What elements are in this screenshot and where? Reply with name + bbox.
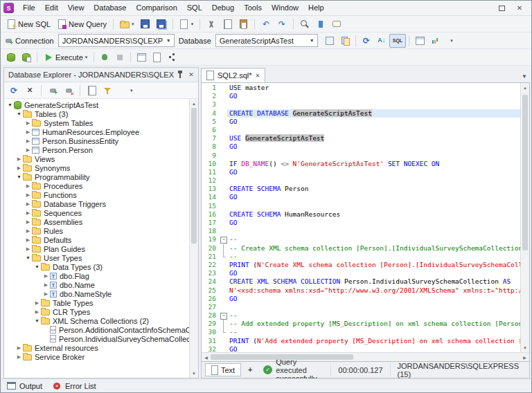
explorer-options-button[interactable]: ▾ [116, 84, 136, 98]
tree-item[interactable]: ▶External resources [4, 343, 189, 352]
close-tab-icon[interactable]: ✕ [256, 73, 260, 79]
sql-editor-button[interactable]: SQL [389, 34, 406, 48]
code-line[interactable]: 19-- [202, 235, 520, 244]
explorer-vertical-scrollbar[interactable]: ▲ ▼ [189, 99, 198, 378]
code-line[interactable]: 14GO [202, 193, 520, 201]
sort-button[interactable]: A↓ [374, 34, 389, 48]
expand-arrow-icon[interactable]: ▶ [24, 237, 32, 243]
connection-combobox[interactable]: JORDANSANDERS\SQLEXPRESS ▼ [58, 34, 175, 47]
tree-item[interactable]: ▶Service Broker [4, 352, 189, 361]
fold-toggle-icon[interactable] [220, 311, 227, 320]
menu-tools[interactable]: Tools [239, 1, 267, 15]
menu-help[interactable]: Help [303, 1, 329, 15]
tree-item[interactable]: ▶Defaults [4, 235, 189, 244]
scroll-left-icon[interactable]: ◀ [202, 355, 211, 360]
expand-arrow-icon[interactable]: ▶ [24, 246, 32, 252]
new-connection-button[interactable] [45, 84, 60, 98]
scroll-right-icon[interactable]: ▶ [520, 355, 529, 360]
tree-item[interactable]: ▼Data Types (3) [4, 262, 189, 271]
tree-item[interactable]: ▶Views [4, 154, 189, 163]
expand-arrow-icon[interactable]: ▶ [24, 228, 32, 234]
tree-item[interactable]: ▶Procedures [4, 181, 189, 190]
stop-button[interactable] [112, 51, 127, 64]
document-tab-sql2[interactable]: SQL2.sql* ✕ [201, 68, 265, 82]
execution-plan-button[interactable] [164, 51, 179, 64]
tree-item[interactable]: Person.IndividualSurveySchemaCollection [4, 334, 189, 343]
pin-panel-icon[interactable] [176, 70, 184, 80]
tree-item[interactable]: ▶Person.Person [4, 145, 189, 154]
code-line[interactable]: 18 [202, 227, 520, 235]
bookmark-button[interactable] [313, 17, 328, 31]
expand-arrow-icon[interactable]: ▶ [15, 345, 23, 351]
menu-edit[interactable]: Edit [40, 1, 63, 15]
database-script-button[interactable] [19, 51, 34, 64]
menu-file[interactable]: File [18, 1, 40, 15]
tree-item[interactable]: ▼Tables (3) [4, 109, 189, 118]
scroll-up-icon[interactable]: ▲ [521, 83, 529, 92]
expand-arrow-icon[interactable]: ▶ [24, 183, 32, 189]
expand-arrow-icon[interactable]: ▶ [42, 273, 50, 279]
tree-item[interactable]: ▶HumanResources.Employee [4, 127, 189, 136]
tree-item[interactable]: ▶Rules [4, 226, 189, 235]
expand-arrow-icon[interactable]: ▶ [15, 156, 23, 162]
editor-scroll-thumb[interactable] [522, 95, 528, 250]
code-line[interactable]: 20-- Create XML schema collection [Perso… [202, 244, 520, 253]
scroll-down-icon[interactable]: ▼ [521, 343, 529, 352]
expand-arrow-icon[interactable]: ▶ [42, 291, 50, 297]
code-line[interactable]: 5GO [202, 118, 520, 126]
expand-arrow-icon[interactable]: ▶ [24, 120, 32, 126]
code-line[interactable]: 11GO [202, 168, 520, 176]
tree-item[interactable]: ▶System Tables [4, 118, 189, 127]
explorer-scroll-track[interactable] [190, 108, 198, 369]
save-all-button[interactable] [154, 17, 169, 31]
code-line[interactable]: 22PRINT (N'Create XML schema collection … [202, 261, 520, 269]
dropdown-arrow-icon[interactable]: ▾ [130, 88, 133, 93]
save-button[interactable] [138, 17, 153, 31]
scroll-up-icon[interactable]: ▲ [190, 99, 198, 108]
redo-button[interactable]: ↷ [274, 17, 290, 31]
tree-item[interactable]: ▶CLR Types [4, 307, 189, 316]
error-list-tab[interactable]: Error List [52, 381, 96, 391]
collapse-arrow-icon[interactable]: ▼ [15, 111, 23, 116]
code-line[interactable]: 10IF DB_NAME() <> N'GenerateScriptAsTest… [202, 160, 520, 168]
add-view-button[interactable]: + [245, 365, 255, 375]
menu-debug[interactable]: Debug [207, 1, 239, 15]
open-file-button[interactable]: ▾ [117, 17, 137, 31]
expand-arrow-icon[interactable]: ▶ [24, 210, 32, 216]
assess-data-button[interactable] [322, 34, 337, 48]
code-line[interactable]: 6 [202, 126, 520, 134]
tree-item[interactable]: ▶dbo.Flag [4, 271, 189, 280]
collapse-arrow-icon[interactable]: ▼ [15, 174, 23, 179]
tab-list-dropdown-icon[interactable]: ▼ [522, 73, 530, 80]
refresh-button[interactable]: ⟳ [6, 84, 21, 98]
results-grid-button[interactable] [134, 51, 149, 64]
new-sql-document-button[interactable]: New SQL [3, 17, 53, 31]
comment-button[interactable] [329, 17, 344, 31]
expand-arrow-icon[interactable]: ▶ [24, 219, 32, 225]
output-tab[interactable]: Output [6, 381, 42, 391]
tree-item[interactable]: ▶Person.BusinessEntity [4, 136, 189, 145]
database-sync-button[interactable] [3, 51, 19, 64]
expand-arrow-icon[interactable]: ▶ [24, 129, 32, 135]
editor-horizontal-scrollbar[interactable]: ◀ ▶ [202, 352, 529, 361]
expand-arrow-icon[interactable]: ▶ [15, 165, 23, 171]
debug-button[interactable] [97, 51, 112, 64]
code-line[interactable]: 29-- Add extended property [MS_Descripti… [202, 320, 520, 328]
tree-item[interactable]: ▶Functions [4, 190, 189, 199]
expand-arrow-icon[interactable]: ▶ [24, 192, 32, 198]
tree-item[interactable]: ▶dbo.NameStyle [4, 289, 189, 298]
code-line[interactable]: 32GO [202, 345, 520, 352]
code-line[interactable]: 28-- [202, 311, 520, 320]
database-combobox[interactable]: GenerateScriptAsTest ▼ [215, 34, 318, 47]
filter-button[interactable] [100, 84, 115, 98]
new-document-button[interactable]: ▾ [177, 17, 197, 31]
code-line[interactable]: 25N'<xsd:schema xmlns:xsd="http://www.w3… [202, 286, 520, 295]
expand-arrow-icon[interactable]: ▶ [33, 300, 41, 306]
code-line[interactable]: 12 [202, 176, 520, 185]
code-line[interactable]: 26GO [202, 295, 520, 303]
code-line[interactable]: 9 [202, 152, 520, 160]
menu-comparison[interactable]: Comparison [131, 1, 181, 15]
chevron-down-icon[interactable]: ▼ [307, 38, 314, 43]
execute-button[interactable]: Execute ▾ [41, 51, 90, 64]
paste-button[interactable] [236, 17, 251, 31]
